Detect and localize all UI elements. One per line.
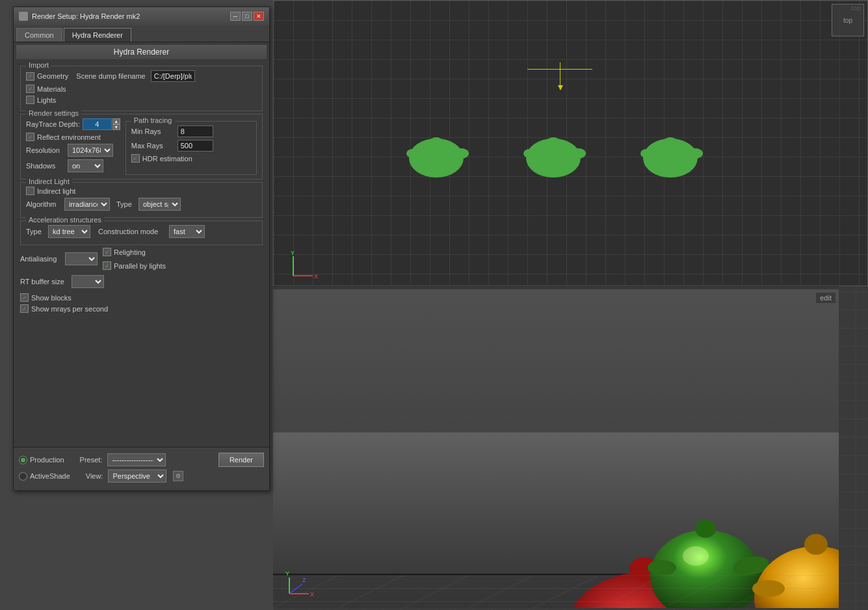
reflect-env-label: Reflect environment xyxy=(37,133,101,141)
tab-hydra-renderer[interactable]: Hydra Renderer xyxy=(64,28,131,42)
svg-point-9 xyxy=(687,148,703,159)
raytrace-input[interactable] xyxy=(83,118,112,130)
min-rays-label: Min Rays xyxy=(131,127,174,135)
resolution-select[interactable]: 1024x768 1920x1080 800x600 xyxy=(68,144,113,157)
close-button[interactable]: ✕ xyxy=(254,12,264,21)
show-blocks-row: Show blocks xyxy=(20,293,263,302)
shadows-label: Shadows xyxy=(26,162,65,170)
rt-buffer-select[interactable] xyxy=(72,275,104,288)
bottom-controls: Production Preset: -------------------- … xyxy=(14,447,269,490)
svg-point-7 xyxy=(547,137,560,148)
dialog-app-icon xyxy=(19,12,28,21)
svg-line-55 xyxy=(289,584,302,594)
relighting-row: Relighting xyxy=(103,248,166,256)
panel-header: Hydra Renderer xyxy=(16,45,267,59)
min-rays-input[interactable] xyxy=(178,126,213,137)
show-mrays-checkbox[interactable] xyxy=(20,304,29,313)
active-shade-radio-dot[interactable] xyxy=(19,472,27,481)
viewport-bottom[interactable]: edit X Y Z xyxy=(273,289,839,608)
production-label: Production xyxy=(30,456,64,464)
algorithm-select[interactable]: irradiance path tracing xyxy=(64,198,110,211)
tab-common[interactable]: Common xyxy=(16,28,62,42)
render-setup-dialog: Render Setup: Hydra Render mk2 ─ □ ✕ Com… xyxy=(13,7,270,491)
view-select[interactable]: Perspective Top Front xyxy=(108,470,166,483)
axis-indicator-bottom: X Y Z xyxy=(283,568,315,602)
production-radio[interactable]: Production xyxy=(19,456,64,464)
nav-cube-top[interactable]: top xyxy=(832,4,864,36)
shadows-select[interactable]: on off xyxy=(68,159,103,172)
max-rays-input[interactable] xyxy=(178,140,213,152)
spin-up[interactable]: ▲ xyxy=(112,118,120,124)
acceleration-type-row: Type kd tree bvh Construction mode fast … xyxy=(26,225,257,238)
gizmo-arrow xyxy=(558,85,563,90)
antialiasing-label: Antialiasing xyxy=(20,255,62,263)
geometry-checkbox[interactable] xyxy=(26,72,34,81)
window-controls: ─ □ ✕ xyxy=(230,12,264,21)
teapot-silhouettes-top xyxy=(404,131,703,179)
antialiasing-row: Antialiasing 2x 4x xyxy=(20,248,98,270)
svg-text:X: X xyxy=(310,591,314,598)
render-button[interactable]: Render xyxy=(218,453,264,467)
svg-point-10 xyxy=(640,149,653,158)
parallel-lights-checkbox[interactable] xyxy=(103,261,111,270)
production-radio-dot[interactable] xyxy=(19,456,27,464)
dialog-titlebar: Render Setup: Hydra Render mk2 ─ □ ✕ xyxy=(14,7,269,25)
preset-label: Preset: xyxy=(80,456,103,464)
resolution-row: Resolution 1024x768 1920x1080 800x600 xyxy=(26,144,120,157)
show-blocks-checkbox[interactable] xyxy=(20,293,29,302)
gizmo-vertical xyxy=(560,62,560,88)
spin-down[interactable]: ▼ xyxy=(112,124,120,130)
scene-dump-label: Scene dump filename xyxy=(76,72,145,80)
antialiasing-select[interactable]: 2x 4x xyxy=(65,252,98,265)
reflect-env-checkbox[interactable] xyxy=(26,133,34,141)
svg-line-46 xyxy=(403,576,468,608)
nav-cube-label: top xyxy=(843,17,852,24)
minimize-button[interactable]: ─ xyxy=(230,12,241,21)
dialog-tabs: Common Hydra Renderer xyxy=(14,25,269,42)
accel-type-select[interactable]: kd tree bvh xyxy=(48,225,90,238)
parallel-lights-row: Parallel by lights xyxy=(103,261,166,270)
scene-dump-input[interactable] xyxy=(151,70,195,82)
svg-line-45 xyxy=(338,576,403,608)
render-settings-left: RayTrace Depth: ▲ ▼ Reflect environmen xyxy=(26,118,120,175)
svg-line-47 xyxy=(468,576,533,608)
indirect-light-label: Indirect Light xyxy=(26,178,72,185)
svg-line-48 xyxy=(533,576,598,608)
viewport-top[interactable]: top top X Y xyxy=(273,0,868,286)
show-mrays-label: Show mrays per second xyxy=(31,305,108,313)
algorithm-label: Algorithm xyxy=(26,200,62,208)
view-label: View: xyxy=(86,472,103,480)
active-shade-label: ActiveShade xyxy=(30,472,70,480)
maximize-button[interactable]: □ xyxy=(242,12,252,21)
indirect-light-section: Indirect Light Indirect light Algorithm … xyxy=(20,182,263,218)
lights-checkbox[interactable] xyxy=(26,96,34,104)
teapot-sil-3 xyxy=(638,131,703,179)
relighting-checkbox[interactable] xyxy=(103,248,111,256)
import-materials-row: Materials xyxy=(26,85,257,93)
shadows-row: Shadows on off xyxy=(26,159,120,172)
spinner-arrows: ▲ ▼ xyxy=(112,118,120,130)
dialog-content: Import Geometry Scene dump filename Mate… xyxy=(14,62,269,317)
type-select[interactable]: object sp screen sp xyxy=(138,198,181,211)
import-section: Import Geometry Scene dump filename Mate… xyxy=(20,66,263,111)
active-shade-radio[interactable]: ActiveShade xyxy=(19,472,70,481)
svg-text:Y: Y xyxy=(285,570,289,577)
render-settings-section: Render settings RayTrace Depth: ▲ ▼ xyxy=(20,114,263,179)
view-options-button[interactable]: ⚙ xyxy=(173,471,183,481)
svg-point-3 xyxy=(430,137,443,148)
mode-preset-row: Production Preset: -------------------- … xyxy=(19,453,264,467)
render-settings-label: Render settings xyxy=(26,109,81,117)
relighting-label: Relighting xyxy=(114,248,146,256)
svg-point-1 xyxy=(453,148,469,159)
materials-checkbox[interactable] xyxy=(26,85,34,93)
hdr-estimation-row: HDR estimation xyxy=(131,154,251,163)
show-options: Show blocks Show mrays per second xyxy=(20,293,263,313)
hdr-checkbox[interactable] xyxy=(131,154,140,163)
title-left: Render Setup: Hydra Render mk2 xyxy=(19,12,140,21)
construction-mode-select[interactable]: fast quality xyxy=(169,225,205,238)
mode-view-row: ActiveShade View: Perspective Top Front … xyxy=(19,470,264,483)
preset-select[interactable]: -------------------- xyxy=(107,453,166,466)
indirect-light-checkbox[interactable] xyxy=(26,187,34,195)
raytrace-depth-row: RayTrace Depth: ▲ ▼ xyxy=(26,118,120,130)
hdr-label: HDR estimation xyxy=(142,155,192,163)
